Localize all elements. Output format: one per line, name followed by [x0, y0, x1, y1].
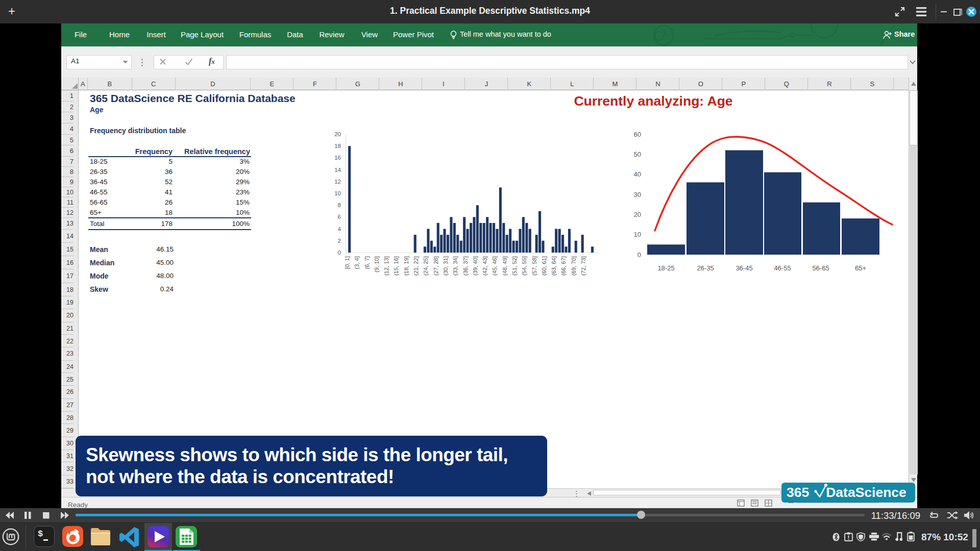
svg-text:(57, 58]: (57, 58]	[531, 256, 537, 276]
svg-text:(9, 10]: (9, 10]	[374, 256, 380, 272]
svg-text:(36, 37]: (36, 37]	[462, 256, 469, 276]
svg-text:8: 8	[338, 202, 341, 208]
svg-text:20: 20	[634, 211, 641, 218]
svg-text:(45, 46]: (45, 46]	[492, 256, 498, 276]
svg-text:(63, 64]: (63, 64]	[551, 256, 557, 276]
svg-text:16: 16	[334, 155, 341, 161]
svg-text:60: 60	[634, 131, 641, 138]
svg-text:20: 20	[334, 131, 341, 137]
svg-text:50: 50	[634, 151, 641, 158]
svg-text:(69, 70]: (69, 70]	[571, 256, 577, 276]
svg-text:10: 10	[634, 231, 641, 238]
svg-text:(3, 4]: (3, 4]	[354, 256, 360, 269]
svg-text:2: 2	[338, 238, 341, 244]
svg-text:(51, 52]: (51, 52]	[511, 256, 518, 276]
svg-text:10: 10	[334, 190, 341, 196]
svg-text:36-45: 36-45	[736, 264, 752, 272]
svg-text:(12, 13]: (12, 13]	[383, 256, 389, 276]
svg-text:(24, 25]: (24, 25]	[423, 256, 429, 276]
svg-text:(15, 16]: (15, 16]	[393, 256, 399, 276]
svg-text:56-65: 56-65	[812, 264, 829, 272]
svg-text:14: 14	[334, 167, 341, 173]
svg-text:(60, 61]: (60, 61]	[541, 256, 547, 276]
svg-text:(18, 19]: (18, 19]	[403, 256, 409, 276]
svg-text:(66, 67]: (66, 67]	[560, 256, 567, 276]
svg-text:(27, 28]: (27, 28]	[433, 256, 439, 276]
svg-text:(33, 34]: (33, 34]	[452, 256, 458, 276]
svg-text:46-55: 46-55	[774, 264, 791, 272]
svg-text:18-25: 18-25	[657, 264, 674, 272]
svg-text:(72, 73]: (72, 73]	[580, 256, 586, 276]
svg-text:65+: 65+	[855, 264, 866, 272]
svg-text:6: 6	[338, 214, 341, 220]
svg-text:40: 40	[634, 170, 641, 178]
svg-text:(30, 31]: (30, 31]	[443, 256, 449, 276]
svg-text:(54, 55]: (54, 55]	[521, 256, 527, 276]
svg-text:(6, 7]: (6, 7]	[364, 256, 370, 269]
svg-text:(21, 22]: (21, 22]	[413, 256, 419, 276]
svg-text:[0, 1]: [0, 1]	[344, 256, 350, 269]
svg-text:12: 12	[334, 179, 341, 185]
svg-text:0: 0	[338, 249, 341, 256]
svg-text:4: 4	[338, 226, 341, 232]
svg-text:18: 18	[334, 143, 341, 149]
svg-text:(42, 43]: (42, 43]	[482, 256, 488, 276]
svg-text:(48, 49]: (48, 49]	[502, 256, 508, 276]
svg-text:(39, 40]: (39, 40]	[472, 256, 478, 276]
svg-text:26-35: 26-35	[697, 264, 714, 272]
svg-text:0: 0	[638, 251, 641, 259]
svg-text:30: 30	[634, 191, 641, 198]
